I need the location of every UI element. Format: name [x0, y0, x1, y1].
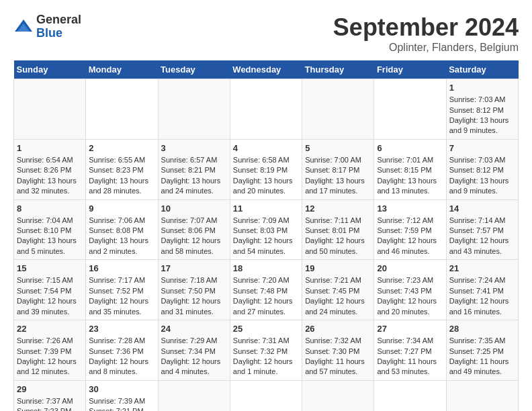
calendar-cell: 1Sunrise: 7:03 AMSunset: 8:12 PMDaylight…: [446, 79, 518, 140]
daylight-text: Daylight: 13 hours and 2 minutes.: [89, 236, 154, 257]
calendar-cell: 26Sunrise: 7:32 AMSunset: 7:30 PMDayligh…: [302, 320, 374, 381]
day-number: 7: [449, 142, 515, 154]
sunrise-text: Sunrise: 7:23 AM: [377, 275, 443, 285]
calendar-cell: 14Sunrise: 7:14 AMSunset: 7:57 PMDayligh…: [446, 199, 518, 260]
header-day-monday: Monday: [86, 60, 158, 79]
sunrise-text: Sunrise: 7:07 AM: [161, 216, 227, 226]
header-day-wednesday: Wednesday: [230, 60, 302, 79]
sunrise-text: Sunrise: 7:20 AM: [233, 275, 299, 285]
daylight-text: Daylight: 12 hours and 20 minutes.: [377, 296, 443, 317]
day-number: 23: [89, 323, 154, 335]
calendar-week-row: 22Sunrise: 7:26 AMSunset: 7:39 PMDayligh…: [14, 320, 519, 381]
daylight-text: Daylight: 12 hours and 31 minutes.: [161, 296, 227, 317]
calendar-table: SundayMondayTuesdayWednesdayThursdayFrid…: [13, 60, 519, 411]
page-header: General Blue September 2024 Oplinter, Fl…: [13, 13, 519, 54]
calendar-cell: [14, 79, 86, 140]
day-number: 20: [377, 263, 443, 275]
calendar-cell: 18Sunrise: 7:20 AMSunset: 7:48 PMDayligh…: [230, 260, 302, 320]
sunset-text: Sunset: 8:10 PM: [17, 226, 83, 236]
calendar-cell: [230, 79, 302, 140]
header-day-thursday: Thursday: [302, 60, 374, 79]
day-number: 11: [233, 203, 299, 215]
day-number: 18: [233, 263, 299, 275]
calendar-cell: [302, 79, 374, 140]
sunset-text: Sunset: 7:48 PM: [233, 286, 299, 296]
calendar-cell: [86, 79, 158, 140]
sunset-text: Sunset: 8:12 PM: [449, 165, 515, 175]
sunset-text: Sunset: 7:32 PM: [233, 347, 299, 357]
sunrise-text: Sunrise: 6:58 AM: [233, 155, 299, 165]
day-number: 4: [233, 142, 299, 154]
calendar-cell: 9Sunrise: 7:06 AMSunset: 8:08 PMDaylight…: [86, 199, 158, 260]
calendar-cell: [158, 79, 230, 140]
sunset-text: Sunset: 7:34 PM: [161, 347, 227, 357]
sunset-text: Sunset: 7:45 PM: [305, 286, 371, 296]
calendar-cell: [374, 380, 446, 411]
calendar-cell: 23Sunrise: 7:28 AMSunset: 7:36 PMDayligh…: [86, 320, 158, 381]
calendar-cell: 24Sunrise: 7:29 AMSunset: 7:34 PMDayligh…: [158, 320, 230, 381]
header-day-tuesday: Tuesday: [158, 60, 230, 79]
sunrise-text: Sunrise: 6:57 AM: [161, 155, 227, 165]
daylight-text: Daylight: 12 hours and 46 minutes.: [377, 236, 443, 257]
daylight-text: Daylight: 12 hours and 12 minutes.: [17, 357, 83, 377]
sunset-text: Sunset: 8:17 PM: [305, 165, 371, 175]
day-number: 14: [449, 203, 515, 215]
sunset-text: Sunset: 7:57 PM: [449, 226, 515, 236]
sunset-text: Sunset: 7:21 PM: [89, 406, 154, 411]
sunset-text: Sunset: 8:26 PM: [17, 165, 83, 175]
sunrise-text: Sunrise: 7:14 AM: [449, 216, 515, 226]
calendar-cell: 19Sunrise: 7:21 AMSunset: 7:45 PMDayligh…: [302, 260, 374, 320]
daylight-text: Daylight: 13 hours and 13 minutes.: [377, 176, 443, 197]
sunset-text: Sunset: 7:27 PM: [377, 347, 443, 357]
calendar-cell: 30Sunrise: 7:39 AMSunset: 7:21 PMDayligh…: [86, 380, 158, 411]
sunrise-text: Sunrise: 7:32 AM: [305, 336, 371, 346]
calendar-cell: 7Sunrise: 7:03 AMSunset: 8:12 PMDaylight…: [446, 139, 518, 199]
sunset-text: Sunset: 8:12 PM: [449, 105, 515, 116]
calendar-cell: 29Sunrise: 7:37 AMSunset: 7:23 PMDayligh…: [14, 380, 86, 411]
calendar-week-row: 1Sunrise: 6:54 AMSunset: 8:26 PMDaylight…: [14, 139, 519, 199]
day-number: 15: [17, 263, 83, 275]
sunrise-text: Sunrise: 7:24 AM: [449, 275, 515, 285]
daylight-text: Daylight: 13 hours and 28 minutes.: [89, 176, 154, 197]
sunrise-text: Sunrise: 7:11 AM: [305, 216, 371, 226]
calendar-cell: 12Sunrise: 7:11 AMSunset: 8:01 PMDayligh…: [302, 199, 374, 260]
sunrise-text: Sunrise: 7:06 AM: [89, 216, 154, 226]
day-number: 28: [449, 323, 515, 335]
calendar-cell: 17Sunrise: 7:18 AMSunset: 7:50 PMDayligh…: [158, 260, 230, 320]
sunrise-text: Sunrise: 6:54 AM: [17, 155, 83, 165]
calendar-cell: 1Sunrise: 6:54 AMSunset: 8:26 PMDaylight…: [14, 139, 86, 199]
daylight-text: Daylight: 11 hours and 57 minutes.: [305, 357, 371, 377]
sunset-text: Sunset: 8:01 PM: [305, 226, 371, 236]
calendar-cell: [230, 380, 302, 411]
daylight-text: Daylight: 12 hours and 1 minute.: [233, 357, 299, 377]
logo: General Blue: [13, 13, 81, 40]
sunrise-text: Sunrise: 7:26 AM: [17, 336, 83, 346]
sunrise-text: Sunrise: 7:31 AM: [233, 336, 299, 346]
day-number: 2: [89, 142, 154, 154]
title-block: September 2024 Oplinter, Flanders, Belgi…: [333, 13, 519, 54]
day-number: 3: [161, 142, 227, 154]
sunset-text: Sunset: 8:23 PM: [89, 165, 154, 175]
calendar-cell: [302, 380, 374, 411]
day-number: 16: [89, 263, 154, 275]
calendar-cell: 11Sunrise: 7:09 AMSunset: 8:03 PMDayligh…: [230, 199, 302, 260]
sunset-text: Sunset: 7:36 PM: [89, 347, 154, 357]
calendar-cell: 13Sunrise: 7:12 AMSunset: 7:59 PMDayligh…: [374, 199, 446, 260]
daylight-text: Daylight: 12 hours and 4 minutes.: [161, 357, 227, 377]
daylight-text: Daylight: 12 hours and 27 minutes.: [233, 296, 299, 317]
sunset-text: Sunset: 8:06 PM: [161, 226, 227, 236]
sunrise-text: Sunrise: 7:00 AM: [305, 155, 371, 165]
header-day-saturday: Saturday: [446, 60, 518, 79]
day-number: 21: [449, 263, 515, 275]
daylight-text: Daylight: 11 hours and 53 minutes.: [377, 357, 443, 377]
calendar-cell: 27Sunrise: 7:34 AMSunset: 7:27 PMDayligh…: [374, 320, 446, 381]
calendar-cell: 22Sunrise: 7:26 AMSunset: 7:39 PMDayligh…: [14, 320, 86, 381]
day-number: 19: [305, 263, 371, 275]
sunset-text: Sunset: 8:03 PM: [233, 226, 299, 236]
daylight-text: Daylight: 12 hours and 35 minutes.: [89, 296, 154, 317]
daylight-text: Daylight: 13 hours and 20 minutes.: [233, 176, 299, 197]
calendar-header-row: SundayMondayTuesdayWednesdayThursdayFrid…: [14, 60, 519, 79]
sunset-text: Sunset: 7:52 PM: [89, 286, 154, 296]
sunset-text: Sunset: 7:59 PM: [377, 226, 443, 236]
day-number: 29: [17, 383, 83, 396]
